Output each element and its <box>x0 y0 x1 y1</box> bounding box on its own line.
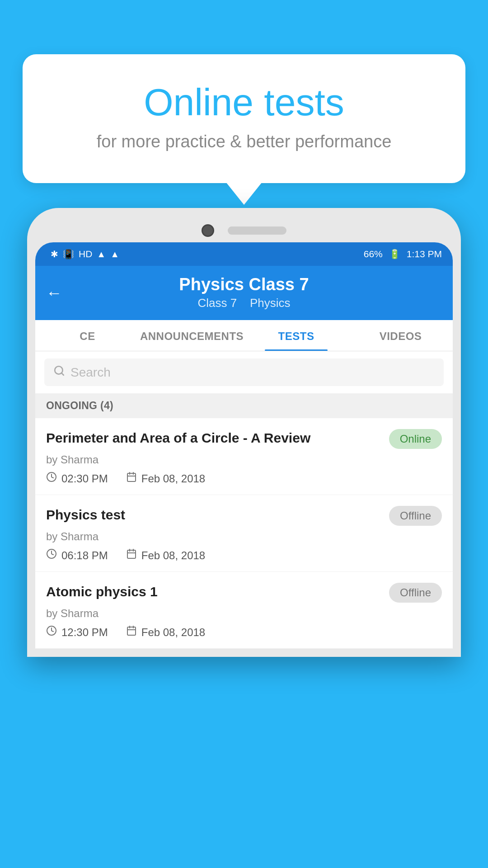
time-display: 1:13 PM <box>407 249 442 259</box>
search-placeholder: Search <box>70 365 111 380</box>
signal-icon: ▲ <box>110 249 119 259</box>
back-button[interactable]: ← <box>46 283 62 302</box>
phone-outer: ✱ 📳 HD ▲ ▲ 66% 🔋 1:13 PM ← Physics Class… <box>27 208 461 657</box>
tab-bar: CE ANNOUNCEMENTS TESTS VIDEOS <box>35 320 453 351</box>
header-class: Class 7 <box>197 296 237 310</box>
status-badge-0: Online <box>389 429 442 449</box>
search-bar[interactable]: Search <box>44 359 444 386</box>
status-badge-2: Offline <box>389 583 442 603</box>
date-value-2: Feb 08, 2018 <box>141 626 205 639</box>
battery-icon: 🔋 <box>389 249 400 259</box>
wifi-icon: ▲ <box>97 249 106 259</box>
meta-date-0: Feb 08, 2018 <box>126 472 205 486</box>
vibrate-icon: 📳 <box>63 249 74 259</box>
tab-videos[interactable]: VIDEOS <box>348 320 453 351</box>
test-meta-0: 02:30 PM Feb 08, 2018 <box>46 472 442 486</box>
meta-time-2: 12:30 PM <box>46 625 108 639</box>
test-item-0[interactable]: Perimeter and Area of a Circle - A Revie… <box>35 418 453 495</box>
bubble-subtitle: for more practice & better performance <box>50 132 438 151</box>
tab-tests[interactable]: TESTS <box>244 320 348 351</box>
calendar-icon-1 <box>126 548 137 562</box>
test-author-0: by Sharma <box>46 453 442 466</box>
app-header: ← Physics Class 7 Class 7 Physics <box>35 266 453 320</box>
test-author-2: by Sharma <box>46 607 442 620</box>
tab-ce[interactable]: CE <box>35 320 140 351</box>
bubble-title: Online tests <box>50 81 438 123</box>
search-icon <box>53 365 65 380</box>
date-value-1: Feb 08, 2018 <box>141 549 205 562</box>
test-title-0: Perimeter and Area of a Circle - A Revie… <box>46 429 310 447</box>
clock-icon-1 <box>46 548 57 562</box>
meta-time-1: 06:18 PM <box>46 548 108 562</box>
section-header-ongoing: ONGOING (4) <box>35 393 453 418</box>
svg-rect-8 <box>127 550 136 558</box>
status-bar-left: ✱ 📳 HD ▲ ▲ <box>51 249 119 259</box>
date-value-0: Feb 08, 2018 <box>141 472 205 485</box>
phone-speaker <box>228 226 286 235</box>
bluetooth-icon: ✱ <box>51 249 58 259</box>
clock-icon-2 <box>46 625 57 639</box>
svg-rect-3 <box>127 473 136 481</box>
time-value-0: 02:30 PM <box>61 472 108 485</box>
phone-top-bar <box>35 216 453 242</box>
test-item-1[interactable]: Physics test Offline by Sharma 06:18 PM <box>35 495 453 572</box>
speech-bubble: Online tests for more practice & better … <box>23 54 465 183</box>
time-value-1: 06:18 PM <box>61 549 108 562</box>
test-item-2[interactable]: Atomic physics 1 Offline by Sharma 12:30… <box>35 572 453 649</box>
battery-level: 66% <box>364 249 383 259</box>
svg-rect-13 <box>127 627 136 635</box>
test-author-1: by Sharma <box>46 530 442 543</box>
hd-badge: HD <box>79 249 92 259</box>
calendar-icon-2 <box>126 625 137 639</box>
svg-line-1 <box>61 373 64 375</box>
status-badge-1: Offline <box>389 506 442 526</box>
clock-icon-0 <box>46 472 57 486</box>
phone-camera <box>202 224 214 237</box>
test-meta-1: 06:18 PM Feb 08, 2018 <box>46 548 442 562</box>
header-title: Physics Class 7 <box>49 275 439 294</box>
calendar-icon-0 <box>126 472 137 486</box>
test-item-header-0: Perimeter and Area of a Circle - A Revie… <box>46 429 442 449</box>
test-title-2: Atomic physics 1 <box>46 583 158 600</box>
phone-screen: ✱ 📳 HD ▲ ▲ 66% 🔋 1:13 PM ← Physics Class… <box>35 242 453 649</box>
phone-mockup: ✱ 📳 HD ▲ ▲ 66% 🔋 1:13 PM ← Physics Class… <box>27 208 461 868</box>
tab-announcements[interactable]: ANNOUNCEMENTS <box>140 320 244 351</box>
search-container: Search <box>35 351 453 393</box>
test-item-header-1: Physics test Offline <box>46 506 442 526</box>
test-meta-2: 12:30 PM Feb 08, 2018 <box>46 625 442 639</box>
test-item-header-2: Atomic physics 1 Offline <box>46 583 442 603</box>
meta-date-2: Feb 08, 2018 <box>126 625 205 639</box>
meta-time-0: 02:30 PM <box>46 472 108 486</box>
status-bar: ✱ 📳 HD ▲ ▲ 66% 🔋 1:13 PM <box>35 242 453 266</box>
header-subject: Physics <box>250 296 291 310</box>
time-value-2: 12:30 PM <box>61 626 108 639</box>
header-subtitle: Class 7 Physics <box>49 296 439 310</box>
test-title-1: Physics test <box>46 506 125 524</box>
meta-date-1: Feb 08, 2018 <box>126 548 205 562</box>
